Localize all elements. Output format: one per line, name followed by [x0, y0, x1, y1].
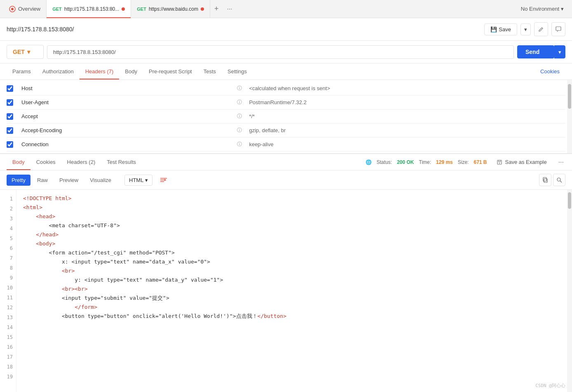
- env-label: No Environment: [521, 6, 559, 12]
- search-icon: [556, 177, 562, 183]
- res-tab-test-results[interactable]: Test Results: [101, 154, 142, 170]
- format-selector[interactable]: HTML ▾: [124, 175, 152, 186]
- scroll-thumb[interactable]: [568, 84, 571, 109]
- code-scroll-thumb[interactable]: [568, 192, 571, 209]
- view-tab-visualize[interactable]: Visualize: [85, 175, 116, 186]
- accept-value: */*: [246, 113, 565, 119]
- comment-button[interactable]: [551, 22, 565, 36]
- save-dropdown-button[interactable]: ▾: [520, 23, 531, 35]
- tab2-dot: [201, 7, 204, 11]
- view-tab-preview[interactable]: Preview: [54, 175, 83, 186]
- code-line: <input type="submit" value="提交">: [23, 294, 565, 303]
- url-bar: http://175.178.8.153:8080/ 💾 Save ▾: [0, 18, 572, 41]
- wrap-icon: [160, 177, 167, 183]
- accept-checkbox[interactable]: [7, 113, 13, 120]
- svg-line-10: [560, 181, 562, 182]
- copy-icon: [542, 177, 548, 183]
- tab-authorization[interactable]: Authorization: [37, 63, 80, 79]
- chevron-down-icon: ▾: [561, 6, 564, 12]
- size-label: Size:: [458, 159, 469, 165]
- tab-body[interactable]: Body: [119, 63, 143, 79]
- svg-rect-2: [556, 27, 561, 30]
- tab-tests[interactable]: Tests: [198, 63, 222, 79]
- tab-headers[interactable]: Headers (7): [80, 63, 120, 79]
- svg-point-9: [557, 178, 560, 181]
- accept-info-icon[interactable]: ⓘ: [233, 113, 246, 120]
- code-line: <br>: [23, 266, 565, 275]
- tab-request-2[interactable]: GET https://www.baidu.com: [131, 0, 210, 18]
- request-tabs: Params Authorization Headers (7) Body Pr…: [0, 63, 572, 80]
- header-row-user-agent: User-Agent ⓘ PostmanRuntime/7.32.2: [7, 96, 565, 110]
- code-line: <meta charset="UTF-8">: [23, 221, 565, 230]
- tab-params[interactable]: Params: [7, 63, 37, 79]
- host-info-icon[interactable]: ⓘ: [233, 85, 246, 92]
- tab-cookies[interactable]: Cookies: [534, 63, 565, 79]
- res-tab-cookies[interactable]: Cookies: [30, 154, 61, 170]
- ae-info-icon[interactable]: ⓘ: [233, 127, 246, 134]
- edit-button[interactable]: [534, 22, 548, 36]
- send-label: Send: [525, 49, 539, 55]
- save-label: Save: [499, 26, 511, 33]
- ua-checkbox[interactable]: [7, 99, 13, 106]
- tab-pre-request[interactable]: Pre-request Script: [143, 63, 198, 79]
- app-container: Overview GET http://175.178.8.153:80... …: [0, 0, 572, 392]
- host-value: <calculated when request is sent>: [246, 85, 565, 91]
- ua-info-icon[interactable]: ⓘ: [233, 99, 246, 106]
- response-status-bar: 🌐 Status: 200 OK Time: 129 ms Size: 671 …: [366, 157, 565, 167]
- tab-request-1[interactable]: GET http://175.178.8.153:80...: [47, 0, 131, 18]
- res-tab-headers[interactable]: Headers (2): [61, 154, 101, 170]
- conn-checkbox[interactable]: [7, 141, 13, 148]
- format-chevron: ▾: [145, 177, 148, 183]
- send-dropdown-button[interactable]: ▾: [554, 45, 565, 58]
- code-line: </form>: [23, 303, 565, 312]
- save-example-icon: [497, 159, 502, 165]
- copy-button[interactable]: [539, 174, 551, 186]
- save-example-button[interactable]: Save as Example: [493, 157, 550, 167]
- view-tab-raw[interactable]: Raw: [32, 175, 53, 186]
- conn-info-icon[interactable]: ⓘ: [233, 141, 246, 148]
- code-scroll-track: [567, 190, 572, 392]
- ae-checkbox[interactable]: [7, 127, 13, 134]
- line-numbers: 12345678910111213141516171819: [0, 190, 16, 392]
- overview-label: Overview: [18, 6, 40, 12]
- request-builder: GET ▾ Send ▾: [0, 41, 572, 63]
- code-line: <head>: [23, 212, 565, 221]
- search-button[interactable]: [553, 174, 565, 186]
- header-row-accept-encoding: Accept-Encoding ⓘ gzip, deflate, br: [7, 124, 565, 138]
- wrap-button[interactable]: [157, 174, 170, 186]
- save-button[interactable]: 💾 Save: [484, 23, 517, 35]
- method-selector[interactable]: GET ▾: [7, 45, 44, 59]
- tab1-method: GET: [52, 7, 62, 12]
- ae-key: Accept-Encoding: [18, 127, 233, 133]
- conn-checkbox-wrapper: [7, 141, 18, 148]
- res-tab-body[interactable]: Body: [7, 154, 30, 170]
- view-tab-pretty[interactable]: Pretty: [7, 175, 30, 186]
- url-input[interactable]: [47, 45, 514, 59]
- method-chevron: ▾: [27, 49, 30, 55]
- header-row-connection: Connection ⓘ keep-alive: [7, 138, 565, 152]
- svg-point-1: [11, 8, 14, 10]
- send-button[interactable]: Send: [517, 45, 554, 58]
- headers-table: Host ⓘ <calculated when request is sent>…: [0, 80, 572, 153]
- code-line: y: <input type="text" name="data_y" valu…: [23, 275, 565, 285]
- status-value: 200 OK: [397, 159, 414, 165]
- host-checkbox[interactable]: [7, 85, 13, 92]
- code-content[interactable]: <!DOCTYPE html><html> <head> <meta chars…: [16, 190, 572, 392]
- response-more-button[interactable]: ···: [557, 159, 565, 166]
- host-checkbox-wrapper: [7, 85, 18, 92]
- tab-bar: Overview GET http://175.178.8.153:80... …: [0, 0, 572, 18]
- tab-settings[interactable]: Settings: [222, 63, 253, 79]
- url-bar-actions: 💾 Save ▾: [484, 22, 565, 36]
- ua-checkbox-wrapper: [7, 99, 18, 106]
- more-tabs-button[interactable]: ···: [223, 5, 236, 13]
- scroll-track: [567, 80, 572, 153]
- environment-selector[interactable]: No Environment ▾: [516, 6, 569, 12]
- ae-checkbox-wrapper: [7, 127, 18, 134]
- host-key: Host: [18, 85, 233, 91]
- watermark: CSDN @阿心心: [535, 383, 565, 389]
- ua-key: User-Agent: [18, 99, 233, 105]
- tab-overview[interactable]: Overview: [3, 0, 47, 18]
- response-tabs: Body Cookies Headers (2) Test Results 🌐 …: [0, 153, 572, 170]
- add-tab-button[interactable]: +: [210, 5, 223, 13]
- conn-key: Connection: [18, 141, 233, 147]
